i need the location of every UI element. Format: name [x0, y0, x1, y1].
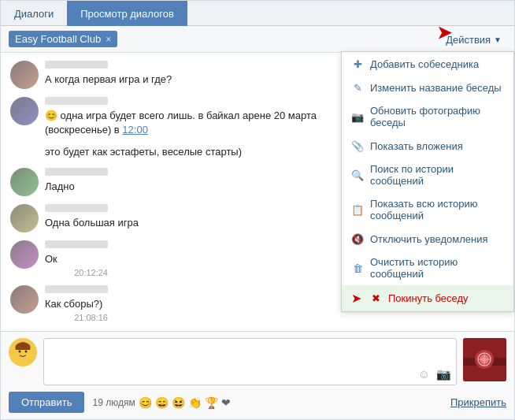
emoji-heart: ❤: [221, 396, 231, 409]
chat-title-label: Easy Football Club ×: [9, 31, 117, 47]
avatar: [10, 61, 39, 89]
menu-item-add-user-label: Добавить собеседника: [370, 58, 479, 70]
emoji-trophy: 🏆: [205, 396, 218, 409]
time-link[interactable]: 12:00: [122, 124, 148, 136]
message-text: Как сборы?): [45, 297, 108, 311]
avatar: [10, 97, 39, 125]
avatar: [10, 204, 39, 232]
input-row: ☺ 📷: [9, 338, 506, 385]
menu-item-search-label: Поиск по истории сообщений: [370, 163, 504, 187]
message-bubble: Одна большая игра: [45, 204, 139, 230]
menu-item-photo[interactable]: 📷 Обновить фотографию беседы: [342, 99, 513, 134]
menu-item-search[interactable]: 🔍 Поиск по истории сообщений: [342, 158, 513, 192]
mute-icon: 🔇: [351, 232, 364, 245]
tabs-bar: Диалоги Просмотр диалогов: [1, 1, 514, 26]
add-user-icon: ✚: [351, 58, 364, 70]
tab-dialogs[interactable]: Диалоги: [1, 1, 67, 26]
edit-icon: ✎: [351, 81, 364, 94]
menu-item-mute[interactable]: 🔇 Отключить уведомления: [342, 227, 513, 251]
message-text: Ок: [45, 252, 108, 266]
message-bubble: это будет как эстафеты, веселые старты): [45, 145, 242, 159]
menu-item-full-history-label: Показать всю историю сообщений: [370, 198, 504, 221]
menu-item-rename[interactable]: ✎ Изменить название беседы: [342, 76, 513, 99]
message-bubble: 😊 одна игра будет всего лишь. в байкал а…: [45, 97, 376, 137]
sender-name: [45, 97, 108, 105]
message-input[interactable]: [49, 342, 451, 366]
sender-name: [45, 204, 108, 212]
svg-point-2: [19, 351, 21, 353]
sender-name: [45, 240, 108, 248]
message-timestamp: 21:08:16: [45, 313, 108, 322]
menu-item-mute-label: Отключить уведомления: [370, 233, 488, 245]
menu-item-clear[interactable]: 🗑 Очистить историю сообщений: [342, 251, 513, 285]
menu-item-full-history[interactable]: 📋 Показать всю историю сообщений: [342, 192, 513, 227]
arrow-to-actions: ➤: [437, 26, 451, 42]
avatar: [10, 168, 39, 196]
message-text: А когда первая игра и где?: [45, 72, 172, 87]
menu-item-clear-label: Очистить историю сообщений: [370, 256, 504, 280]
actions-area: ➤ Действия ▼ ✚ Добавить собеседника ✎ Из…: [433, 26, 514, 54]
trash-icon: 🗑: [351, 262, 364, 274]
message-timestamp: 20:12:24: [45, 268, 108, 277]
attachment-icon[interactable]: 📷: [436, 367, 451, 381]
action-row: Отправить 19 людям 😊 😄 😆 👏 🏆 ❤ Прикрепит…: [9, 392, 506, 413]
menu-item-leave-label: Покинуть беседу: [388, 292, 469, 304]
input-icons-row: ☺ 📷: [49, 366, 451, 381]
chat-container: Easy Football Club × ➤ Действия ▼ ✚ Доба…: [1, 26, 514, 419]
chat-title-text: Easy Football Club: [15, 33, 101, 45]
svg-point-4: [12, 351, 15, 356]
chevron-down-icon: ▼: [494, 35, 502, 44]
menu-item-attachments[interactable]: 📎 Показать вложения: [342, 134, 513, 158]
photo-thumbnail: [463, 338, 506, 381]
app-wrapper: Диалоги Просмотр диалогов Easy Football …: [0, 0, 515, 420]
message-text: Одна большая игра: [45, 216, 139, 230]
message-bubble: А когда первая игра и где?: [45, 61, 172, 87]
recipients-text: 19 людям 😊 😄 😆 👏 🏆 ❤: [92, 396, 230, 409]
sender-name: [45, 61, 108, 69]
avatar: [10, 240, 39, 269]
chat-title-close[interactable]: ×: [106, 34, 111, 45]
photo-thumbnail-img: [463, 338, 506, 381]
emoji-icon[interactable]: ☺: [418, 367, 430, 381]
recipients-count: 19 людям: [92, 397, 135, 408]
user-avatar: [9, 338, 37, 366]
input-area: ☺ 📷: [1, 331, 514, 419]
sender-name: [45, 285, 108, 293]
message-input-wrapper: ☺ 📷: [43, 338, 457, 385]
send-button[interactable]: Отправить: [9, 392, 84, 413]
menu-item-add-user[interactable]: ✚ Добавить собеседника: [342, 52, 513, 76]
emoji-clap: 👏: [188, 396, 202, 409]
svg-point-5: [31, 351, 34, 356]
message-text: это будет как эстафеты, веселые старты): [45, 145, 242, 159]
message-text: Ладно: [45, 180, 108, 194]
attach-button[interactable]: Прикрепить: [450, 396, 506, 408]
menu-item-rename-label: Изменить название беседы: [370, 82, 502, 94]
actions-dropdown-menu: ✚ Добавить собеседника ✎ Изменить назван…: [341, 51, 514, 312]
attachment-icon: 📎: [351, 139, 364, 152]
message-text: 😊 одна игра будет всего лишь. в байкал а…: [45, 109, 376, 137]
leave-icon: ✖: [369, 292, 382, 305]
tab-view-dialogs[interactable]: Просмотр диалогов: [67, 1, 187, 26]
stewie-avatar-img: [9, 339, 36, 366]
arrow-to-leave: ➤: [351, 291, 361, 306]
svg-point-3: [25, 351, 28, 353]
sender-name: [45, 168, 108, 176]
emoji-face-3: 😆: [172, 396, 185, 409]
emoji-face-1: 😊: [139, 396, 152, 409]
message-bubble: Ладно: [45, 168, 108, 194]
message-bubble: Как сборы?) 21:08:16: [45, 285, 108, 322]
search-icon: 🔍: [351, 169, 364, 181]
actions-label: Действия: [446, 34, 491, 46]
avatar: [10, 285, 39, 314]
menu-item-attachments-label: Показать вложения: [370, 140, 463, 152]
message-bubble: Ок 20:12:24: [45, 240, 108, 277]
emoji-face-2: 😄: [155, 396, 169, 409]
menu-item-leave[interactable]: ➤ ✖ Покинуть беседу: [342, 285, 513, 311]
menu-item-photo-label: Обновить фотографию беседы: [370, 105, 504, 128]
camera-icon: 📷: [351, 110, 364, 123]
history-icon: 📋: [351, 203, 364, 216]
